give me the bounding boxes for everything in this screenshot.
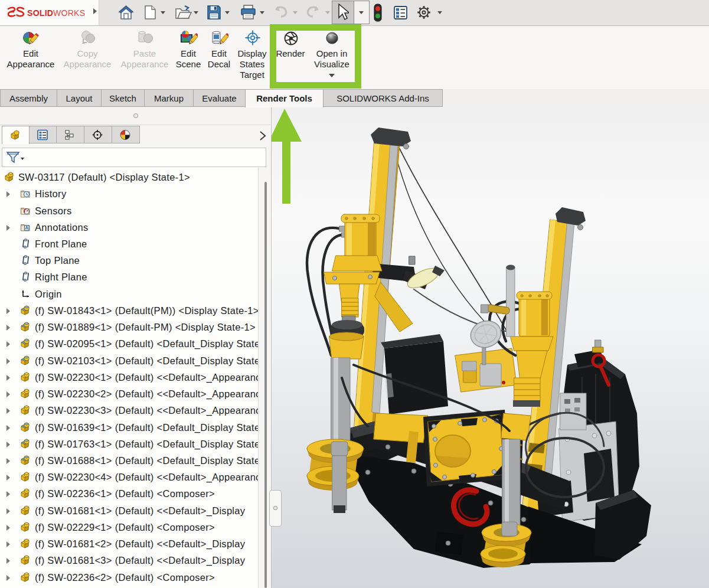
- svg-text:A: A: [25, 225, 28, 230]
- svg-text:WORKS: WORKS: [53, 8, 85, 18]
- svg-text:SOLID: SOLID: [27, 8, 53, 18]
